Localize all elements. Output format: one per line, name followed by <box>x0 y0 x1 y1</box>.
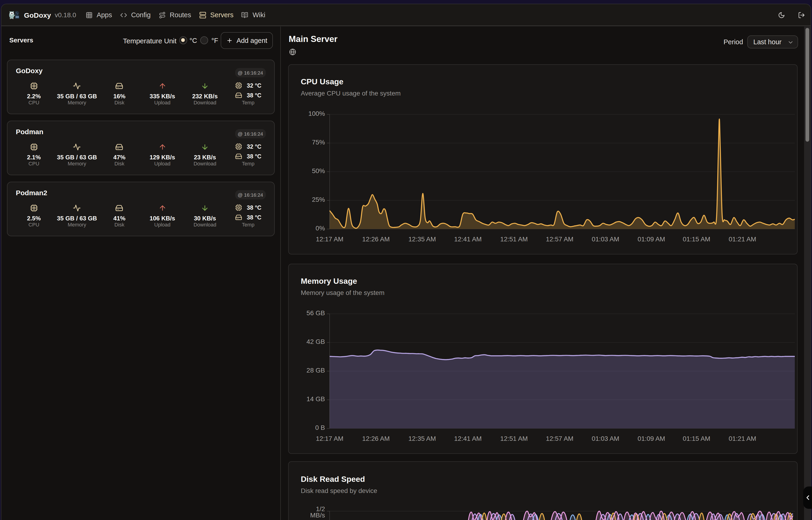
svg-text:01:15 AM: 01:15 AM <box>683 235 710 242</box>
svg-text:28 GB: 28 GB <box>307 366 325 374</box>
svg-text:56 GB: 56 GB <box>307 309 325 316</box>
svg-text:01:03 AM: 01:03 AM <box>592 435 619 442</box>
svg-text:75%: 75% <box>312 138 325 146</box>
svg-text:12:41 AM: 12:41 AM <box>454 435 482 442</box>
svg-text:01:09 AM: 01:09 AM <box>638 435 665 442</box>
svg-text:01:15 AM: 01:15 AM <box>683 435 710 442</box>
svg-text:12:26 AM: 12:26 AM <box>362 435 390 442</box>
svg-text:12:41 AM: 12:41 AM <box>454 235 482 242</box>
svg-text:01:21 AM: 01:21 AM <box>729 235 756 242</box>
svg-text:MB/s: MB/s <box>310 512 325 519</box>
svg-text:14 GB: 14 GB <box>307 395 325 402</box>
svg-text:12:17 AM: 12:17 AM <box>316 235 343 242</box>
svg-text:100%: 100% <box>308 110 325 117</box>
svg-text:01:03 AM: 01:03 AM <box>592 235 619 242</box>
svg-text:12:57 AM: 12:57 AM <box>546 435 573 442</box>
svg-text:12:26 AM: 12:26 AM <box>362 235 390 242</box>
svg-text:01:09 AM: 01:09 AM <box>638 235 665 242</box>
svg-text:12:57 AM: 12:57 AM <box>546 235 573 242</box>
svg-text:0%: 0% <box>316 224 325 232</box>
svg-text:12:51 AM: 12:51 AM <box>500 235 528 242</box>
svg-text:50%: 50% <box>312 167 325 174</box>
svg-text:12:51 AM: 12:51 AM <box>500 435 528 442</box>
svg-text:12:35 AM: 12:35 AM <box>408 235 436 242</box>
svg-text:12:35 AM: 12:35 AM <box>408 435 436 442</box>
svg-text:0 B: 0 B <box>315 424 325 431</box>
svg-text:25%: 25% <box>312 196 325 203</box>
svg-text:12:17 AM: 12:17 AM <box>316 435 343 442</box>
svg-text:01:21 AM: 01:21 AM <box>729 435 756 442</box>
svg-text:42 GB: 42 GB <box>307 338 325 345</box>
